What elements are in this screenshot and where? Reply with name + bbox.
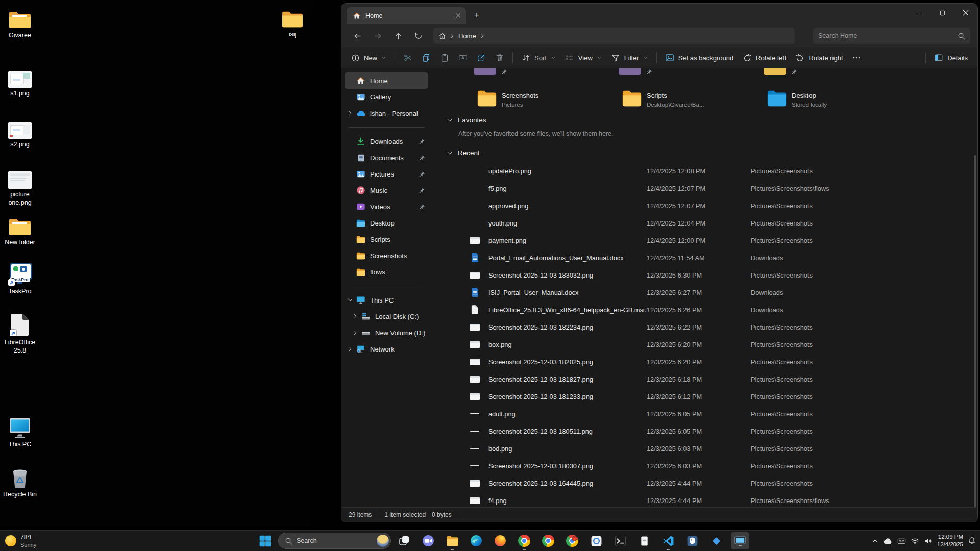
file-row[interactable]: Screenshot 2025-12-03 181233.png12/3/202…	[429, 388, 969, 405]
file-row[interactable]: Screenshot 2025-12-03 183032.png12/3/202…	[429, 266, 969, 284]
edge-button[interactable]	[465, 531, 487, 551]
file-row[interactable]: f4.png12/3/2025 4:44 PMPictures\Screensh…	[429, 492, 969, 507]
wifi-button[interactable]	[911, 537, 919, 545]
sidebar-item-documents[interactable]: Documents	[345, 149, 428, 166]
photos-button[interactable]	[585, 531, 607, 551]
forward-button[interactable]	[369, 28, 386, 44]
maximize-button[interactable]	[930, 4, 954, 22]
file-row[interactable]: Screenshot 2025-12-03 164445.png12/3/202…	[429, 474, 969, 492]
notifications-bell-icon[interactable]	[968, 537, 976, 545]
desktop-icon-this-pc[interactable]: This PC	[0, 414, 40, 449]
copy-button[interactable]	[417, 49, 435, 66]
notepad-button[interactable]	[633, 531, 655, 551]
filter-button[interactable]: Filter	[606, 49, 653, 66]
file-row[interactable]: approved.png12/4/2025 12:07 PMPictures\S…	[429, 197, 969, 214]
task-view-button[interactable]	[394, 531, 415, 551]
browser-3-button[interactable]	[561, 531, 583, 551]
new-button[interactable]: New	[347, 49, 391, 66]
breadcrumb[interactable]: Home	[433, 28, 795, 44]
new-tab-button[interactable]: +	[469, 8, 484, 23]
sidebar-item-downloads[interactable]: Downloads	[345, 133, 428, 149]
close-button[interactable]	[954, 4, 977, 22]
sidebar-item-videos[interactable]: Videos	[345, 198, 428, 215]
desktop-icon-givaree[interactable]: Givaree	[0, 5, 40, 40]
quick-access-tile-partial[interactable]	[474, 68, 496, 75]
file-row[interactable]: Screenshot 2025-12-03 180307.png12/3/202…	[429, 457, 969, 474]
chevron-down-icon[interactable]	[447, 150, 453, 156]
weather-widget[interactable]: 78°F Sunny	[5, 531, 36, 551]
tab-close-icon[interactable]	[453, 11, 463, 21]
desktop-icon-taskpro[interactable]: TaskProTaskPro	[0, 261, 40, 296]
chevron-right-icon[interactable]	[351, 313, 360, 319]
file-row[interactable]: adult.png12/3/2025 6:05 PMPictures\Scree…	[429, 405, 969, 422]
browser-2-button[interactable]	[537, 531, 559, 551]
rotate-right-button[interactable]: Rotate right	[791, 49, 847, 66]
delete-button[interactable]	[491, 49, 509, 66]
sidebar-item-pictures[interactable]: Pictures	[345, 166, 428, 182]
quick-access-tile-partial[interactable]	[619, 68, 641, 75]
share-button[interactable]	[472, 49, 491, 66]
sidebar-item-new-volume-d[interactable]: New Volume (D:)	[345, 324, 428, 341]
chevron-right-icon[interactable]	[346, 346, 355, 352]
scrollbar[interactable]	[974, 155, 976, 507]
file-row[interactable]: youth.png12/4/2025 12:04 PMPictures\Scre…	[429, 214, 969, 232]
more-options-button[interactable]	[848, 49, 865, 66]
file-row[interactable]: bod.png12/3/2025 6:03 PMPictures\Screens…	[429, 440, 969, 457]
display-app-button[interactable]	[729, 531, 751, 551]
view-button[interactable]: View	[560, 49, 606, 66]
file-row[interactable]: ISIJ_Portal_User_Manual.docx12/3/2025 6:…	[429, 284, 969, 301]
back-button[interactable]	[349, 28, 366, 44]
search-icon[interactable]	[958, 32, 965, 40]
firefox-button[interactable]	[489, 531, 511, 551]
desktop-icon-recycle-bin[interactable]: Recycle Bin	[0, 464, 40, 499]
search-input[interactable]: Search Home	[813, 28, 970, 44]
quick-access-tile-scripts[interactable]: ScriptsDesktop\Givaree\Ba...	[622, 88, 760, 111]
quick-access-tile-desktop[interactable]: DesktopStored locally	[767, 88, 904, 111]
sidebar-item-this-pc[interactable]: This PC	[345, 292, 428, 308]
file-row[interactable]: LibreOffice_25.8.3_Win_x86-64_helppack_e…	[429, 301, 969, 318]
vscode-button[interactable]	[657, 531, 679, 551]
chevron-down-icon[interactable]	[346, 297, 355, 303]
refresh-button[interactable]	[410, 28, 427, 44]
sidebar-item-network[interactable]: Network	[345, 341, 428, 357]
up-button[interactable]	[389, 28, 407, 44]
paste-button[interactable]	[435, 49, 454, 66]
chevron-right-icon[interactable]	[351, 330, 360, 336]
file-row[interactable]: Portal_Email_Automations_User_Manual.doc…	[429, 249, 969, 266]
file-row[interactable]: box.png12/3/2025 6:20 PMPictures\Screens…	[429, 336, 969, 353]
desktop-icon-isij[interactable]: isij	[273, 4, 312, 39]
breadcrumb-segment[interactable]: Home	[458, 32, 476, 40]
tray-overflow-button[interactable]	[871, 537, 879, 545]
chrome-button[interactable]	[513, 531, 535, 551]
start-button[interactable]	[254, 531, 276, 551]
onedrive-tray-button[interactable]	[884, 538, 893, 544]
file-row[interactable]: updatePro.png12/4/2025 12:08 PMPictures\…	[429, 162, 969, 180]
chat-button[interactable]	[418, 531, 439, 551]
cut-button[interactable]	[399, 49, 417, 66]
file-row[interactable]: Screenshot 2025-12-03 182025.png12/3/202…	[429, 353, 969, 370]
bing-daily-icon[interactable]	[377, 535, 389, 547]
file-explorer-button[interactable]	[442, 531, 463, 551]
file-row[interactable]: Screenshot 2025-12-03 181827.png12/3/202…	[429, 370, 969, 388]
tab-home[interactable]: Home	[347, 7, 466, 24]
set-as-background-button[interactable]: Set as background	[660, 49, 738, 66]
file-row[interactable]: f5.png12/4/2025 12:07 PMPictures\Screens…	[429, 180, 969, 197]
file-row[interactable]: payment.png12/4/2025 12:00 PMPictures\Sc…	[429, 232, 969, 249]
taskbar-clock[interactable]: 12:09 PM 12/4/2025	[937, 533, 963, 548]
sidebar-item-home[interactable]: Home	[345, 72, 428, 89]
sort-button[interactable]: Sort	[517, 49, 560, 66]
desktop-icon-s2-png[interactable]: s2.png	[0, 114, 40, 149]
sidebar-item-ishan-personal[interactable]: ishan - Personal	[345, 105, 428, 121]
chevron-right-icon[interactable]	[346, 110, 355, 116]
quick-access-tile-partial[interactable]	[764, 68, 786, 75]
sidebar-item-flows[interactable]: flows	[345, 264, 428, 280]
file-row[interactable]: Screenshot 2025-12-03 182234.png12/3/202…	[429, 318, 969, 336]
quick-access-tile-screenshots[interactable]: ScreenshotsPictures	[477, 88, 615, 111]
minimize-button[interactable]	[907, 4, 930, 22]
rename-button[interactable]	[454, 49, 472, 66]
recent-header[interactable]: Recent	[447, 149, 480, 157]
sidebar-item-screenshots[interactable]: Screenshots	[345, 247, 428, 264]
taskbar-search[interactable]: Search	[278, 533, 391, 549]
sidebar-item-gallery[interactable]: Gallery	[345, 89, 428, 105]
volume-button[interactable]	[924, 537, 933, 545]
